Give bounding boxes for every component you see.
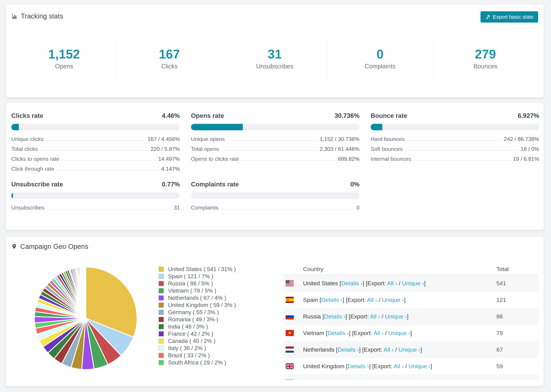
stat-row: Unique opens1,152 / 30.736% [191,134,360,144]
unsubscribe-rate-title: Unsubscribe rate [11,181,63,188]
details-link[interactable]: Details › [338,346,359,353]
pie-svg [29,262,142,375]
complaints-rate-progressbar [191,192,360,199]
complaints-rate-value: 0% [350,181,360,188]
export-all-link[interactable]: All › [387,280,397,287]
geo-title: Campaign Geo Opens [11,243,88,250]
clicks-count: 167 [159,47,180,61]
table-row-united-kingdom: United Kingdom [Details ›] [Export: All … [283,358,538,374]
stat-row: Total opens2,303 / 61.446% [191,144,360,154]
table-row-vietnam: Vietnam [Details ›] [Export: All › / Uni… [283,325,538,341]
flag-vn-icon [286,330,294,336]
legend-item[interactable]: Brazil ( 33 / 2% ) [158,352,236,359]
rates-card: Clicks rate 4.46% Unique clicks167 / 4.4… [6,103,544,230]
export-all-link[interactable]: All › [394,363,404,369]
geo-pie-chart[interactable] [29,262,142,375]
opens-rate-title: Opens rate [191,112,224,119]
table-row-united-states: United States [Details ›] [Export: All ›… [283,275,538,291]
flag-gb-icon [286,363,294,369]
details-link[interactable]: Details › [330,379,352,380]
legend-item[interactable]: United States ( 541 / 31% ) [158,266,236,273]
legend-item[interactable]: United Kingdom ( 59 / 3% ) [158,301,236,309]
details-link[interactable]: Details › [341,280,363,287]
legend-item[interactable]: France ( 42 / 2% ) [158,330,236,337]
bounce-rate-title: Bounce rate [371,112,407,119]
export-unique-link[interactable]: Unique › [402,280,424,287]
legend-swatch [158,281,164,286]
stat-row: Total clicks220 / 5.87% [11,144,180,154]
complaints-label: Complaints [365,63,396,70]
opens-label: Opens [55,63,73,70]
clicks-rate-progressbar [11,124,180,130]
stat-row: Unsubscribes31 [11,203,180,213]
tracking-stats-header: Tracking stats Export basic stats [6,4,544,28]
stat-row: Opens to clicks rate689.82% [191,154,360,164]
export-unique-link[interactable]: Unique › [385,313,407,320]
geo-header: Campaign Geo Opens [6,237,544,256]
legend-swatch [158,309,164,315]
unsubscribes-count: 31 [268,47,282,61]
export-unique-link[interactable]: Unique › [388,330,410,336]
bounce-rate-value: 6.927% [518,112,539,119]
total-column-header: Total [496,266,509,273]
clicks-rate-title: Clicks rate [11,112,43,119]
unsubscribe-rate-value: 0.77% [162,181,180,188]
opens-rate-progressbar [191,124,360,130]
campaign-geo-opens-card: Campaign Geo Opens United States ( 541 /… [6,237,544,386]
flag-us-icon [286,280,294,286]
legend-item[interactable]: Spain ( 121 / 7% ) [158,273,236,280]
flag-nl-icon [286,347,294,353]
legend-swatch [158,360,164,365]
clicks-label: Clicks [161,63,178,70]
export-all-link[interactable]: All › [384,346,394,353]
export-unique-link[interactable]: Unique › [391,379,413,380]
legend-swatch [158,288,164,294]
legend-item[interactable]: Canada ( 40 / 2% ) [158,337,236,345]
export-unique-link[interactable]: Unique › [409,363,431,369]
export-basic-stats-button[interactable]: Export basic stats [480,11,538,22]
details-link[interactable]: Details › [348,363,369,369]
legend-swatch [158,317,164,322]
legend-item[interactable]: Germany ( 55 / 3% ) [158,309,236,316]
geo-title-text: Campaign Geo Opens [20,243,88,250]
summary-bounces: 279 Bounces [433,35,538,83]
clicks-rate-block: Clicks rate 4.46% Unique clicks167 / 4.4… [11,112,180,174]
stat-row: Click through rate4.147% [11,164,180,174]
stat-row: Clicks to opens rate14.497% [11,154,180,164]
legend-item[interactable]: South Africa ( 29 / 2% ) [158,359,236,366]
legend-item[interactable]: Vietnam ( 79 / 5% ) [158,287,236,294]
row-total: 67 [496,346,503,353]
complaints-rate-title: Complaints rate [191,181,239,188]
unsubscribe-rate-progressbar [11,192,180,199]
export-all-link[interactable]: All › [370,313,380,320]
flag-ru-icon [286,313,294,320]
bounce-rate-block: Bounce rate 6.927% Hard bounces242 / 86.… [371,112,539,164]
export-unique-link[interactable]: Unique › [382,297,404,303]
summary-unsubscribes: 31 Unsubscribes [222,35,327,83]
export-all-link[interactable]: All › [367,297,377,303]
bounces-label: Bounces [473,63,497,70]
export-icon [485,14,490,19]
flag-es-icon [286,297,294,303]
opens-rate-value: 30.736% [335,112,360,119]
legend-item[interactable]: Italy ( 36 / 2% ) [158,345,236,352]
opens-count: 1,152 [48,47,80,61]
export-all-link[interactable]: All › [373,330,383,336]
legend-item[interactable]: Netherlands ( 67 / 4% ) [158,294,236,301]
export-unique-link[interactable]: Unique › [399,346,421,353]
summary-opens: 1,152 Opens [11,35,117,83]
details-link[interactable]: Details › [327,330,349,336]
legend-item[interactable]: India ( 46 / 3% ) [158,323,236,330]
details-link[interactable]: Details › [324,313,346,320]
table-row-spain: Spain [Details ›] [Export: All › / Uniqu… [283,291,538,308]
legend-item[interactable]: Romania ( 49 / 3% ) [158,316,236,323]
export-all-link[interactable]: All › [376,379,386,380]
table-row-netherlands: Netherlands [Details ›] [Export: All › /… [283,341,538,358]
details-link[interactable]: Details › [321,297,343,303]
legend-item[interactable]: Russia ( 86 / 5% ) [158,280,236,287]
bar-chart-icon [11,13,18,20]
row-total: 79 [496,330,503,336]
legend-swatch [158,338,164,344]
summary-strip: 1,152 Opens 167 Clicks 31 Unsubscribes 0… [11,34,538,83]
page-title: Tracking stats [11,12,63,20]
